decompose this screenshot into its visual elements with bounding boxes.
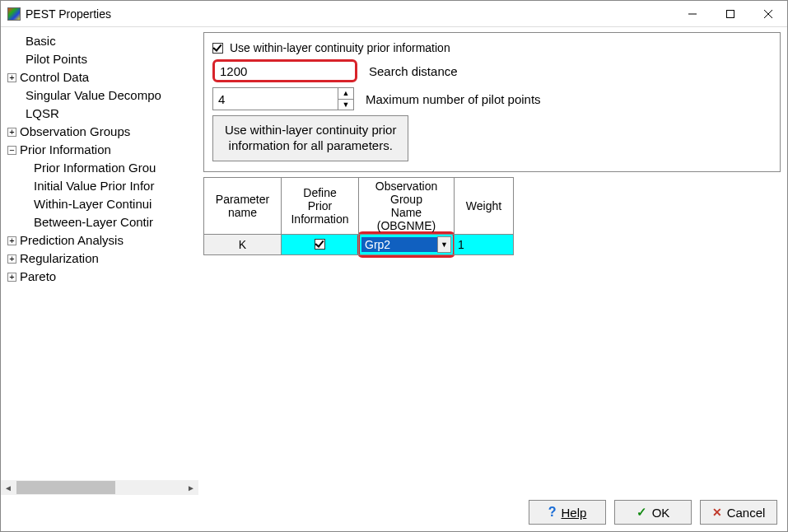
max-pilot-points-input[interactable]	[212, 87, 338, 110]
expand-icon[interactable]: +	[7, 273, 16, 282]
ok-button[interactable]: ✓ OK	[614, 500, 692, 525]
tree-item-regularization[interactable]: +Regularization	[1, 250, 198, 268]
app-icon	[7, 7, 21, 21]
pest-properties-window: PEST Properties Basic Pilot Points +Cont…	[0, 0, 788, 532]
apply-all-parameters-button[interactable]: Use within-layer continuity prior inform…	[212, 115, 408, 161]
tree-item-prior-information[interactable]: −Prior Information	[1, 141, 198, 159]
minimize-button[interactable]	[674, 1, 711, 26]
tree-item-prior-info-groups[interactable]: Prior Information Grou	[1, 159, 198, 177]
close-button[interactable]	[749, 1, 787, 26]
tree-item-between-layer-continuity[interactable]: Between-Layer Contir	[1, 213, 198, 231]
tree-item-within-layer-continuity[interactable]: Within-Layer Continui	[1, 195, 198, 213]
tree-item-control-data[interactable]: +Control Data	[1, 68, 198, 86]
options-panel: Use within-layer continuity prior inform…	[203, 32, 781, 172]
expand-icon[interactable]: +	[7, 128, 16, 137]
titlebar: PEST Properties	[1, 1, 787, 27]
tree-item-svd[interactable]: Singular Value Decompo	[1, 86, 198, 105]
col-weight: Weight	[455, 177, 514, 234]
category-tree-pane: Basic Pilot Points +Control Data Singula…	[1, 27, 198, 495]
search-distance-input[interactable]	[212, 59, 357, 82]
cell-parameter-name: K	[204, 234, 282, 254]
check-icon: ✓	[636, 505, 647, 520]
tree-item-pareto[interactable]: +Pareto	[1, 268, 198, 286]
maximize-icon	[726, 10, 734, 18]
collapse-icon[interactable]: −	[7, 146, 16, 155]
window-title: PEST Properties	[26, 7, 674, 21]
spinner-down-icon[interactable]: ▼	[338, 100, 353, 110]
parameters-grid[interactable]: Parametername DefinePriorInformation Obs…	[203, 177, 514, 255]
category-tree[interactable]: Basic Pilot Points +Control Data Singula…	[1, 32, 198, 480]
scroll-left-icon[interactable]: ◄	[1, 480, 16, 495]
scroll-track[interactable]	[16, 480, 184, 495]
col-observation-group-name: ObservationGroupName(OBGNME)	[359, 177, 455, 234]
col-parameter-name: Parametername	[204, 177, 282, 234]
tree-item-basic[interactable]: Basic	[1, 32, 198, 50]
expand-icon[interactable]: +	[7, 236, 16, 245]
cell-weight[interactable]: 1	[455, 234, 514, 254]
col-define-prior-info: DefinePriorInformation	[282, 177, 359, 234]
tree-item-observation-groups[interactable]: +Observation Groups	[1, 123, 198, 141]
max-pilot-points-spinner[interactable]: ▲ ▼	[212, 87, 354, 110]
use-within-layer-checkbox[interactable]	[212, 43, 223, 54]
define-prior-checkbox[interactable]	[315, 239, 325, 250]
obgnme-combobox[interactable]: Grp2 ▼	[361, 236, 451, 254]
chevron-down-icon[interactable]: ▼	[437, 236, 451, 253]
minimize-icon	[688, 10, 697, 18]
tree-item-pilot-points[interactable]: Pilot Points	[1, 50, 198, 68]
expand-icon[interactable]: +	[7, 254, 16, 264]
cell-obgnme[interactable]: Grp2 ▼	[359, 234, 455, 254]
search-distance-label: Search distance	[369, 64, 458, 78]
table-row[interactable]: K Grp2 ▼ 1	[204, 234, 514, 254]
spinner-up-icon[interactable]: ▲	[338, 88, 353, 100]
obgnme-value: Grp2	[361, 237, 437, 252]
tree-horizontal-scrollbar[interactable]: ◄ ►	[1, 480, 198, 495]
close-icon	[764, 10, 772, 18]
svg-rect-1	[727, 10, 734, 17]
content-pane: Use within-layer continuity prior inform…	[198, 27, 787, 495]
max-pilot-points-label: Maximum number of pilot points	[366, 92, 541, 106]
help-button[interactable]: ? Help	[529, 500, 606, 525]
dialog-footer: ? Help ✓ OK ✕ Cancel	[1, 495, 787, 531]
tree-item-lqsr[interactable]: LQSR	[1, 105, 198, 123]
help-icon: ?	[548, 505, 557, 520]
cell-define-prior-checkbox[interactable]	[282, 234, 359, 254]
tree-item-prediction-analysis[interactable]: +Prediction Analysis	[1, 231, 198, 250]
use-within-layer-label: Use within-layer continuity prior inform…	[230, 41, 450, 54]
cancel-icon: ✕	[712, 506, 722, 519]
maximize-button[interactable]	[711, 1, 749, 26]
tree-item-initial-value-prior[interactable]: Initial Value Prior Infor	[1, 177, 198, 195]
expand-icon[interactable]: +	[7, 73, 16, 82]
scroll-right-icon[interactable]: ►	[184, 480, 198, 495]
scroll-thumb[interactable]	[16, 481, 115, 494]
cancel-button[interactable]: ✕ Cancel	[700, 500, 777, 525]
